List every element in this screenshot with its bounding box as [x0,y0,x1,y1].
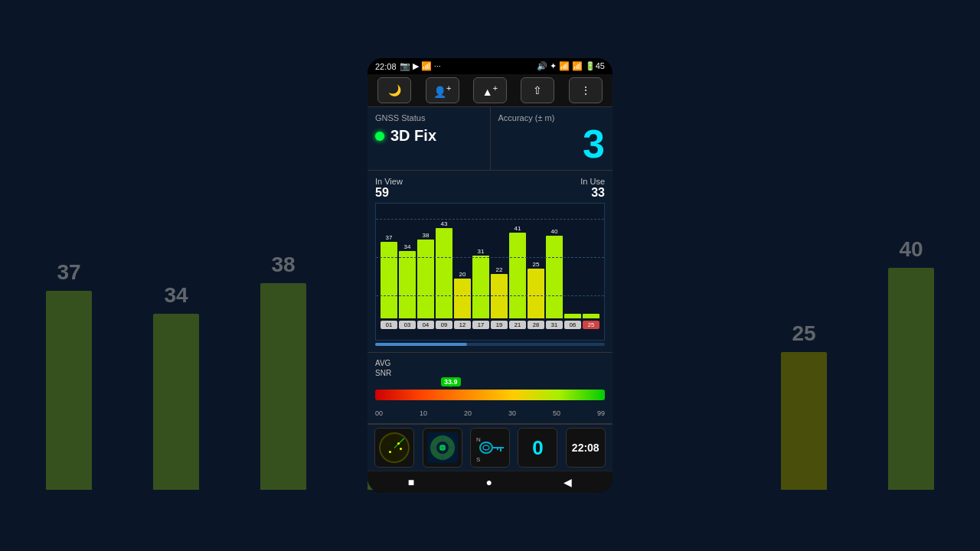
svg-text:S: S [476,456,480,463]
gnss-fix-text: 3D Fix [390,127,436,145]
moon-icon: 🌙 [388,84,401,96]
share-button[interactable]: ⇧ [521,77,554,103]
sat-id-31: 31 [546,321,563,329]
scroll-thumb [375,343,467,346]
sat-id-19: 19 [491,321,508,329]
gnss-title: GNSS Status [375,113,482,122]
accuracy-panel: Accuracy (± m) 3 [491,107,613,170]
gnss-status: 3D Fix [375,127,482,145]
more-button[interactable]: ⋮ [569,77,603,103]
sat-bar-04: 38 [417,232,434,318]
bars-container: 37 34 38 43 [379,211,601,318]
sat-bar-17: 31 [472,248,489,318]
sat-id-06: 06 [564,321,581,329]
dashed-line-mid [376,257,604,258]
key-compass-icon: N S [475,432,505,463]
android-nav-bar: ■ ● ◀ [368,471,612,493]
sat-id-17: 17 [472,321,489,329]
sat-id-01: 01 [381,321,397,329]
sat-ids-row: 01 03 04 09 12 17 19 21 28 31 06 25 [379,318,601,329]
sat-bar-01: 37 [381,234,397,318]
sat-bar-21: 41 [509,225,526,318]
person-button[interactable]: 👤+ [426,77,459,103]
toolbar: 🌙 👤+ ▲+ ⇧ ⋮ [368,74,612,107]
gnss-panel: GNSS Status 3D Fix [368,107,491,170]
speed-value: 0 [532,436,543,460]
dashed-line-bot [376,295,604,296]
android-back-button[interactable]: ◀ [564,476,572,488]
compass-button[interactable]: N S [470,428,510,468]
navigate-icon: ▲+ [482,83,498,98]
sat-bar-06 [564,313,581,318]
avg-label: AVG [375,359,390,367]
radar-button[interactable] [374,428,414,468]
phone-container: 22:08 📷 ▶ 📶 ··· 🔊 ✦ 📶 📶 🔋45 🌙 👤+ ▲+ ⇧ ⋮ … [368,58,612,493]
sat-bar-19: 22 [491,266,508,318]
status-icons: 📷 ▶ 📶 ··· [400,61,441,71]
snr-panel: AVG SNR 33.9 00 10 20 30 50 99 [368,353,612,424]
dashed-line-top [376,219,604,220]
android-square-button[interactable]: ■ [408,476,414,488]
in-use-count: 33 [580,186,605,200]
more-icon: ⋮ [580,84,591,96]
person-icon: 👤+ [433,83,452,98]
share-icon: ⇧ [533,84,542,96]
sat-bar-03: 34 [399,243,416,318]
sat-bar-31: 40 [546,228,563,318]
sat-bar-09: 43 [436,220,452,318]
accuracy-value: 3 [498,124,606,164]
snr-bar-wrapper: 33.9 [375,390,605,408]
status-bar: 22:08 📷 ▶ 📶 ··· 🔊 ✦ 📶 📶 🔋45 [368,58,612,74]
moon-button[interactable]: 🌙 [377,77,411,103]
sat-id-09: 09 [436,321,452,329]
sat-id-28: 28 [528,321,544,329]
sat-bar-12: 20 [454,271,471,318]
gnss-dot [375,132,384,141]
svg-text:N: N [476,436,481,443]
map-icon [427,432,458,463]
bottom-nav: N S 0 22:08 [368,424,612,471]
sat-id-03: 03 [399,321,416,329]
snr-label: SNR [375,369,391,377]
in-view-count: 59 [375,186,403,200]
chart-area: 37 34 38 43 [375,203,605,341]
chart-header: In View 59 In Use 33 [375,177,605,200]
navigate-button[interactable]: ▲+ [473,77,507,103]
android-home-button[interactable]: ● [485,476,492,488]
snr-gradient-bar [375,390,605,400]
radar-icon [379,432,410,463]
time-value: 22:08 [572,442,599,454]
sat-id-21: 21 [509,321,526,329]
speed-button[interactable]: 0 [518,428,557,468]
in-view-label: In View [375,177,403,186]
snr-ticks: 00 10 20 30 50 99 [375,409,605,417]
status-time: 22:08 [375,62,397,71]
in-use-label: In Use [580,177,605,186]
sat-id-25: 25 [583,321,599,329]
sat-id-04: 04 [417,321,434,329]
info-row: GNSS Status 3D Fix Accuracy (± m) 3 [368,107,612,171]
scroll-bar [375,343,605,346]
chart-panel: In View 59 In Use 33 37 34 [368,171,612,353]
sat-bar-28: 25 [528,261,544,318]
status-right-icons: 🔊 ✦ 📶 📶 🔋45 [537,61,605,71]
snr-indicator: 33.9 [441,377,461,386]
time-button[interactable]: 22:08 [566,428,606,468]
map-button[interactable] [423,428,462,468]
sat-id-12: 12 [454,321,471,329]
sat-bar-25 [583,313,599,318]
